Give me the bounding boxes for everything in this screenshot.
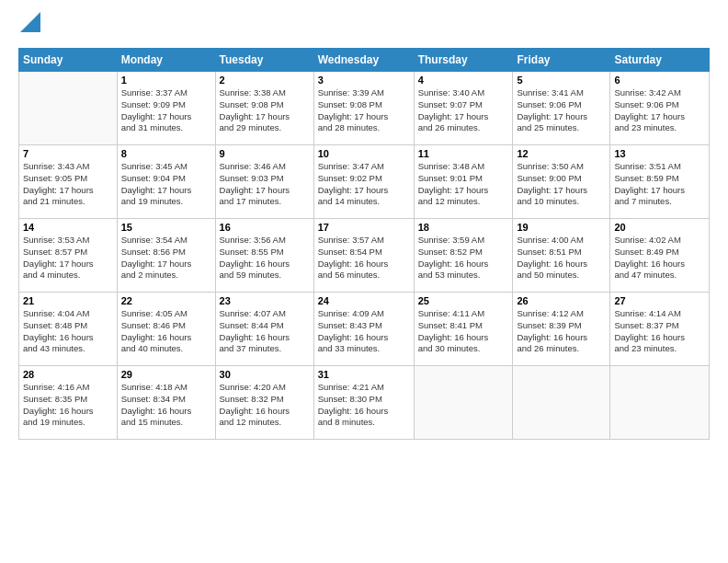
calendar-week-4: 28Sunrise: 4:16 AMSunset: 8:35 PMDayligh… [19,366,710,440]
calendar-cell: 6Sunrise: 3:42 AMSunset: 9:06 PMDaylight… [610,72,710,145]
day-info: Sunrise: 3:56 AMSunset: 8:55 PMDaylight:… [220,235,310,282]
calendar-cell: 1Sunrise: 3:37 AMSunset: 9:09 PMDaylight… [117,72,215,145]
calendar-cell: 11Sunrise: 3:48 AMSunset: 9:01 PMDayligh… [414,145,513,219]
logo [18,17,40,37]
day-info: Sunrise: 3:43 AMSunset: 9:05 PMDaylight:… [23,161,113,208]
day-number: 11 [418,148,509,159]
weekday-header-monday: Monday [117,49,215,72]
day-number: 25 [418,295,509,306]
day-number: 4 [418,75,509,86]
day-number: 20 [614,222,705,233]
day-number: 27 [614,295,705,306]
day-info: Sunrise: 4:09 AMSunset: 8:43 PMDaylight:… [318,308,410,355]
day-number: 9 [220,148,310,159]
weekday-header-tuesday: Tuesday [215,49,313,72]
weekday-header-saturday: Saturday [610,49,710,72]
day-info: Sunrise: 3:59 AMSunset: 8:52 PMDaylight:… [418,235,509,282]
day-info: Sunrise: 3:50 AMSunset: 9:00 PMDaylight:… [517,161,606,208]
day-info: Sunrise: 4:18 AMSunset: 8:34 PMDaylight:… [121,382,211,429]
calendar-cell: 30Sunrise: 4:20 AMSunset: 8:32 PMDayligh… [215,366,313,440]
calendar-cell [513,366,610,440]
day-number: 23 [220,295,310,306]
day-number: 7 [23,148,113,159]
calendar-cell: 9Sunrise: 3:46 AMSunset: 9:03 PMDaylight… [215,145,313,219]
calendar-cell: 16Sunrise: 3:56 AMSunset: 8:55 PMDayligh… [215,219,313,293]
calendar-cell: 29Sunrise: 4:18 AMSunset: 8:34 PMDayligh… [117,366,215,440]
day-info: Sunrise: 4:05 AMSunset: 8:46 PMDaylight:… [121,308,211,355]
day-number: 15 [121,222,211,233]
calendar-cell: 17Sunrise: 3:57 AMSunset: 8:54 PMDayligh… [313,219,414,293]
logo-icon [20,12,40,32]
calendar-cell: 31Sunrise: 4:21 AMSunset: 8:30 PMDayligh… [313,366,414,440]
day-number: 6 [614,75,705,86]
calendar-week-2: 14Sunrise: 3:53 AMSunset: 8:57 PMDayligh… [19,219,710,293]
calendar-cell: 26Sunrise: 4:12 AMSunset: 8:39 PMDayligh… [513,293,610,366]
day-number: 10 [318,148,410,159]
weekday-header-wednesday: Wednesday [313,49,414,72]
day-number: 31 [318,369,410,380]
day-number: 3 [318,75,410,86]
calendar-cell: 3Sunrise: 3:39 AMSunset: 9:08 PMDaylight… [313,72,414,145]
day-number: 26 [517,295,606,306]
day-number: 30 [220,369,310,380]
calendar-cell: 21Sunrise: 4:04 AMSunset: 8:48 PMDayligh… [19,293,118,366]
day-info: Sunrise: 3:39 AMSunset: 9:08 PMDaylight:… [318,87,410,134]
day-info: Sunrise: 4:02 AMSunset: 8:49 PMDaylight:… [614,235,705,282]
day-info: Sunrise: 3:38 AMSunset: 9:08 PMDaylight:… [220,87,310,134]
calendar-week-1: 7Sunrise: 3:43 AMSunset: 9:05 PMDaylight… [19,145,710,219]
day-number: 29 [121,369,211,380]
calendar-cell: 4Sunrise: 3:40 AMSunset: 9:07 PMDaylight… [414,72,513,145]
calendar-cell: 19Sunrise: 4:00 AMSunset: 8:51 PMDayligh… [513,219,610,293]
calendar-cell: 25Sunrise: 4:11 AMSunset: 8:41 PMDayligh… [414,293,513,366]
day-number: 2 [220,75,310,86]
calendar-cell: 5Sunrise: 3:41 AMSunset: 9:06 PMDaylight… [513,72,610,145]
calendar-table: SundayMondayTuesdayWednesdayThursdayFrid… [18,48,710,440]
calendar-week-3: 21Sunrise: 4:04 AMSunset: 8:48 PMDayligh… [19,293,710,366]
day-number: 14 [23,222,113,233]
calendar-cell: 24Sunrise: 4:09 AMSunset: 8:43 PMDayligh… [313,293,414,366]
day-info: Sunrise: 3:57 AMSunset: 8:54 PMDaylight:… [318,235,410,282]
calendar-cell: 12Sunrise: 3:50 AMSunset: 9:00 PMDayligh… [513,145,610,219]
day-info: Sunrise: 4:20 AMSunset: 8:32 PMDaylight:… [220,382,310,429]
day-number: 5 [517,75,606,86]
calendar-cell [19,72,118,145]
day-number: 16 [220,222,310,233]
calendar-cell: 23Sunrise: 4:07 AMSunset: 8:44 PMDayligh… [215,293,313,366]
svg-marker-0 [20,12,40,32]
day-info: Sunrise: 4:00 AMSunset: 8:51 PMDaylight:… [517,235,606,282]
calendar-cell: 14Sunrise: 3:53 AMSunset: 8:57 PMDayligh… [19,219,118,293]
day-info: Sunrise: 3:46 AMSunset: 9:03 PMDaylight:… [220,161,310,208]
day-info: Sunrise: 4:04 AMSunset: 8:48 PMDaylight:… [23,308,113,355]
calendar-cell: 2Sunrise: 3:38 AMSunset: 9:08 PMDaylight… [215,72,313,145]
day-number: 8 [121,148,211,159]
day-number: 28 [23,369,113,380]
calendar-cell: 13Sunrise: 3:51 AMSunset: 8:59 PMDayligh… [610,145,710,219]
day-info: Sunrise: 4:21 AMSunset: 8:30 PMDaylight:… [318,382,410,429]
day-info: Sunrise: 3:42 AMSunset: 9:06 PMDaylight:… [614,87,705,134]
calendar-cell [414,366,513,440]
header [18,17,710,37]
calendar-week-0: 1Sunrise: 3:37 AMSunset: 9:09 PMDaylight… [19,72,710,145]
day-info: Sunrise: 4:07 AMSunset: 8:44 PMDaylight:… [220,308,310,355]
weekday-header-thursday: Thursday [414,49,513,72]
day-number: 17 [318,222,410,233]
day-info: Sunrise: 4:11 AMSunset: 8:41 PMDaylight:… [418,308,509,355]
day-number: 1 [121,75,211,86]
day-number: 18 [418,222,509,233]
day-info: Sunrise: 3:51 AMSunset: 8:59 PMDaylight:… [614,161,705,208]
calendar-cell: 28Sunrise: 4:16 AMSunset: 8:35 PMDayligh… [19,366,118,440]
day-number: 19 [517,222,606,233]
day-number: 13 [614,148,705,159]
day-info: Sunrise: 3:47 AMSunset: 9:02 PMDaylight:… [318,161,410,208]
day-info: Sunrise: 4:12 AMSunset: 8:39 PMDaylight:… [517,308,606,355]
day-info: Sunrise: 4:14 AMSunset: 8:37 PMDaylight:… [614,308,705,355]
day-number: 22 [121,295,211,306]
calendar-cell: 8Sunrise: 3:45 AMSunset: 9:04 PMDaylight… [117,145,215,219]
day-info: Sunrise: 3:37 AMSunset: 9:09 PMDaylight:… [121,87,211,134]
day-info: Sunrise: 3:45 AMSunset: 9:04 PMDaylight:… [121,161,211,208]
day-number: 21 [23,295,113,306]
day-info: Sunrise: 3:41 AMSunset: 9:06 PMDaylight:… [517,87,606,134]
day-number: 24 [318,295,410,306]
weekday-header-sunday: Sunday [19,49,118,72]
calendar-cell: 22Sunrise: 4:05 AMSunset: 8:46 PMDayligh… [117,293,215,366]
